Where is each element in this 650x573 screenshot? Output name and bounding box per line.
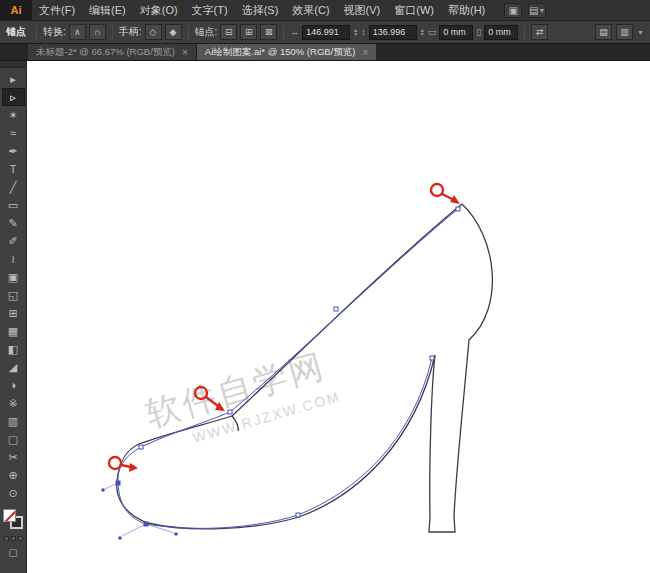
direct-selection-tool[interactable]: ▹ bbox=[2, 88, 25, 106]
x-position-icon: ↔ bbox=[290, 27, 299, 37]
menubar-icons: ▣ ▤▼ bbox=[504, 3, 546, 18]
menu-type[interactable]: 文字(T) bbox=[185, 0, 235, 21]
anchors-label: 锚点: bbox=[195, 25, 218, 39]
draw-normal-button[interactable] bbox=[4, 536, 9, 541]
hide-handles-button[interactable]: ◆ bbox=[165, 24, 182, 40]
y-position-field[interactable] bbox=[369, 25, 417, 40]
height-icon: ▯ bbox=[476, 27, 481, 37]
workspace-switcher-icon[interactable]: ▤▼ bbox=[528, 3, 546, 18]
menu-object[interactable]: 对象(O) bbox=[133, 0, 185, 21]
x-stepper[interactable]: ▲▼ bbox=[353, 28, 358, 36]
artboard-tool[interactable]: ▢ bbox=[2, 430, 25, 448]
show-handles-button[interactable]: ◇ bbox=[145, 24, 162, 40]
shape-builder-tool[interactable]: ◱ bbox=[2, 286, 25, 304]
document-tab-untitled[interactable]: 未标题-2* @ 66.67% (RGB/预览) × bbox=[28, 44, 197, 60]
remove-anchor-button[interactable]: ⊟ bbox=[220, 24, 237, 40]
separator bbox=[524, 25, 525, 40]
eyedropper-tool[interactable]: ◢ bbox=[2, 358, 25, 376]
convert-to-smooth-button[interactable]: ∩ bbox=[89, 24, 106, 40]
anchor-point-selected[interactable] bbox=[144, 522, 148, 526]
shoe-drawing: 软件自学网 WWW.RJZXW.COM bbox=[27, 61, 650, 573]
add-anchor-button[interactable]: ⊞ bbox=[240, 24, 257, 40]
transform-panel-button[interactable]: ▤ bbox=[595, 24, 612, 40]
bezier-handles bbox=[101, 483, 178, 540]
menu-edit[interactable]: 编辑(E) bbox=[82, 0, 133, 21]
annotation-arrow-top bbox=[431, 184, 460, 204]
align-panel-button[interactable]: ▥ bbox=[616, 24, 633, 40]
selection-tool[interactable]: ▸ bbox=[2, 70, 25, 88]
y-position-icon: ↕ bbox=[361, 27, 366, 37]
screen-mode-icon[interactable]: ▢ bbox=[8, 547, 17, 558]
gradient-tool[interactable]: ◧ bbox=[2, 340, 25, 358]
handle-dot[interactable] bbox=[174, 532, 178, 536]
handle-dot[interactable] bbox=[101, 488, 105, 492]
perspective-grid-tool[interactable]: ⊞ bbox=[2, 304, 25, 322]
menu-window[interactable]: 窗口(W) bbox=[387, 0, 441, 21]
line-segment-tool[interactable]: ╱ bbox=[2, 178, 25, 196]
handles-label: 手柄: bbox=[119, 25, 142, 39]
separator bbox=[112, 25, 113, 40]
draw-inside-button[interactable] bbox=[18, 536, 23, 541]
blend-tool[interactable]: ◑ bbox=[2, 376, 25, 394]
watermark: 软件自学网 WWW.RJZXW.COM bbox=[142, 344, 343, 456]
separator bbox=[283, 25, 284, 40]
anchor-point[interactable] bbox=[334, 307, 338, 311]
document-tab-active[interactable]: Ai绘制图案.ai* @ 150% (RGB/预览) × bbox=[197, 44, 376, 60]
separator bbox=[188, 25, 189, 40]
free-transform-tool[interactable]: ▣ bbox=[2, 268, 25, 286]
tools-panel-header[interactable] bbox=[0, 61, 26, 68]
anchor-point-selected[interactable] bbox=[116, 481, 120, 485]
close-icon[interactable]: × bbox=[182, 47, 188, 58]
arrange-documents-icon[interactable]: ▣ bbox=[504, 3, 522, 18]
type-tool[interactable]: T bbox=[2, 160, 25, 178]
constrain-proportions-icon[interactable]: ⇄ bbox=[531, 24, 548, 40]
paintbrush-tool[interactable]: ✎ bbox=[2, 214, 25, 232]
column-graph-tool[interactable]: ▥ bbox=[2, 412, 25, 430]
magic-wand-tool[interactable]: ✶ bbox=[2, 106, 25, 124]
anchor-point[interactable] bbox=[139, 445, 143, 449]
menu-effect[interactable]: 效果(C) bbox=[285, 0, 336, 21]
pencil-tool[interactable]: ✐ bbox=[2, 232, 25, 250]
symbol-sprayer-tool[interactable]: ※ bbox=[2, 394, 25, 412]
anchor-point[interactable] bbox=[296, 513, 300, 517]
menu-file[interactable]: 文件(F) bbox=[32, 0, 82, 21]
lasso-tool[interactable]: ≈ bbox=[2, 124, 25, 142]
controlbar-right: ▤ ▥ ▼ bbox=[595, 24, 644, 40]
close-icon[interactable]: × bbox=[362, 47, 368, 58]
chevron-down-icon: ▼ bbox=[637, 29, 644, 36]
fill-stroke-widget[interactable] bbox=[2, 508, 24, 530]
illustrator-window: Ai 文件(F)编辑(E)对象(O)文字(T)选择(S)效果(C)视图(V)窗口… bbox=[0, 0, 650, 573]
shoe-topline-path[interactable] bbox=[232, 204, 462, 416]
mesh-tool[interactable]: ▦ bbox=[2, 322, 25, 340]
artboard[interactable]: 软件自学网 WWW.RJZXW.COM bbox=[27, 61, 650, 573]
draw-mode-buttons bbox=[4, 536, 23, 541]
menu-help[interactable]: 帮助(H) bbox=[441, 0, 492, 21]
height-field[interactable] bbox=[484, 25, 518, 40]
tool-list: ▸▹✶≈✒T╱▭✎✐≀▣◱⊞▦◧◢◑※▥▢✂⊕⊙ bbox=[2, 70, 25, 502]
width-field[interactable] bbox=[439, 25, 473, 40]
control-bar: 锚点 转换: ∧ ∩ 手柄: ◇ ◆ 锚点: ⊟ ⊞ ⊠ ↔ ▲▼ ↕ ▲▼ ▭… bbox=[0, 21, 650, 44]
hand-tool[interactable]: ⊕ bbox=[2, 466, 25, 484]
control-panel-title: 锚点 bbox=[6, 25, 26, 39]
menu-select[interactable]: 选择(S) bbox=[235, 0, 286, 21]
chevron-down-icon: ▼ bbox=[539, 7, 546, 14]
convert-to-corner-button[interactable]: ∧ bbox=[69, 24, 86, 40]
rectangle-tool[interactable]: ▭ bbox=[2, 196, 25, 214]
y-stepper[interactable]: ▲▼ bbox=[420, 28, 425, 36]
handle-dot[interactable] bbox=[118, 536, 122, 540]
cut-path-button[interactable]: ⊠ bbox=[260, 24, 277, 40]
slice-tool[interactable]: ✂ bbox=[2, 448, 25, 466]
tab-title: 未标题-2* @ 66.67% (RGB/预览) bbox=[36, 46, 175, 59]
zoom-tool[interactable]: ⊙ bbox=[2, 484, 25, 502]
menu-view[interactable]: 视图(V) bbox=[337, 0, 388, 21]
pen-tool[interactable]: ✒ bbox=[2, 142, 25, 160]
document-tab-bar: 未标题-2* @ 66.67% (RGB/预览) × Ai绘制图案.ai* @ … bbox=[0, 44, 650, 61]
width-tool[interactable]: ≀ bbox=[2, 250, 25, 268]
x-position-field[interactable] bbox=[302, 25, 350, 40]
anchor-point[interactable] bbox=[456, 207, 460, 211]
separator bbox=[36, 25, 37, 40]
draw-behind-button[interactable] bbox=[11, 536, 16, 541]
anchor-point[interactable] bbox=[430, 356, 434, 360]
anchor-point[interactable] bbox=[228, 410, 232, 414]
fill-swatch-none[interactable] bbox=[3, 509, 16, 522]
